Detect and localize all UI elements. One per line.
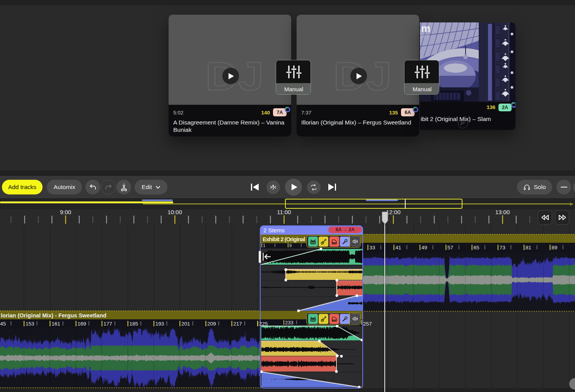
svg-text:10:00: 10:00 [167, 209, 182, 215]
svg-text:41: 41 [396, 245, 401, 251]
svg-text:193: 193 [155, 321, 164, 327]
svg-text:11:00: 11:00 [277, 209, 291, 215]
svg-text:57: 57 [447, 245, 453, 251]
svg-text:65: 65 [473, 245, 479, 251]
svg-text:177: 177 [104, 321, 113, 327]
svg-text:201: 201 [181, 321, 190, 327]
svg-text:145: 145 [0, 321, 6, 327]
svg-text:9:00: 9:00 [60, 209, 71, 215]
svg-text:153: 153 [26, 321, 34, 327]
svg-text:33: 33 [369, 245, 375, 251]
svg-text:217: 217 [233, 321, 242, 327]
svg-text:169: 169 [77, 321, 86, 327]
svg-text:161: 161 [51, 321, 60, 327]
svg-text:89: 89 [551, 245, 557, 251]
svg-text:13:00: 13:00 [495, 209, 510, 215]
svg-text:81: 81 [526, 245, 531, 251]
svg-text:49: 49 [421, 245, 427, 251]
svg-text:73: 73 [500, 245, 505, 251]
svg-text:257: 257 [363, 321, 372, 327]
svg-text:185: 185 [130, 321, 138, 327]
svg-text:209: 209 [207, 321, 216, 327]
